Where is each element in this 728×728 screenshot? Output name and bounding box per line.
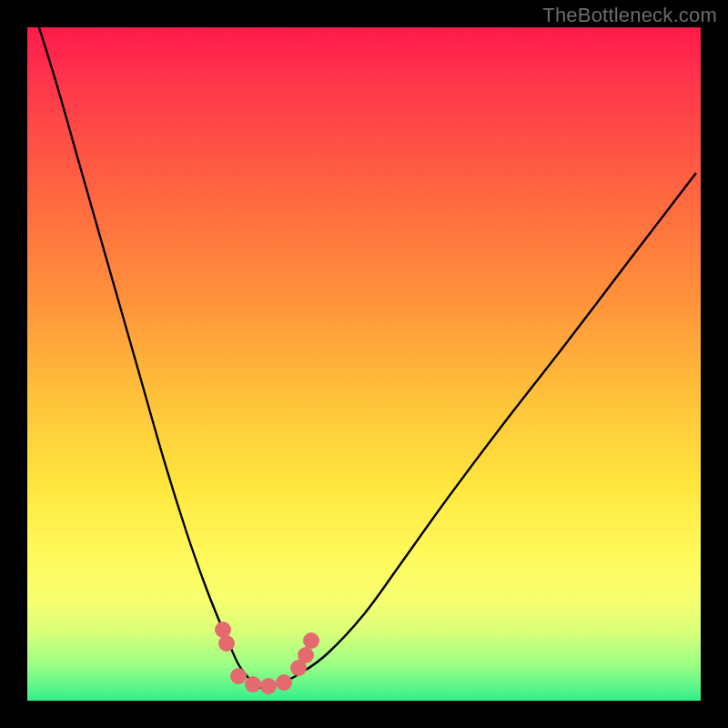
curve-layer <box>27 27 701 701</box>
pt-bottom-1 <box>230 668 247 684</box>
bottleneck-curve <box>27 27 696 688</box>
plot-area <box>27 27 701 701</box>
watermark-text: TheBottleneck.com <box>542 4 717 27</box>
pt-bottom-4 <box>276 674 292 691</box>
marker-group <box>215 622 319 694</box>
pt-right-upper <box>303 632 319 649</box>
chart-frame: TheBottleneck.com <box>0 0 728 728</box>
pt-right-mid <box>298 647 314 663</box>
pt-left-lower <box>218 635 235 652</box>
pt-bottom-3 <box>260 678 277 694</box>
pt-bottom-2 <box>245 676 261 693</box>
